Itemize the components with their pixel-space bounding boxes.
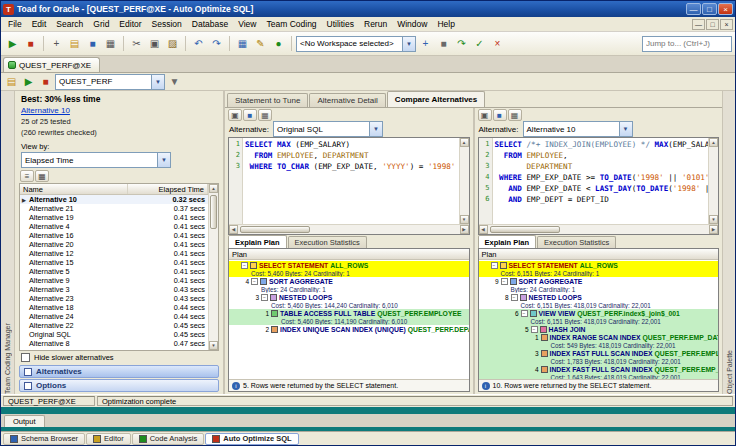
plan-node[interactable]: 6−VIEW VIEWQUEST_PERF.index$_join$_001 (479, 309, 719, 318)
sql-horizontal-scrollbar[interactable]: ◀ ▶ (479, 224, 719, 234)
save-icon[interactable]: ■ (243, 109, 257, 121)
save-icon[interactable]: ■ (84, 35, 101, 52)
alternative-row[interactable]: Original SQL0.45 secs (20, 330, 208, 339)
scroll-left-icon[interactable]: ◀ (479, 225, 488, 234)
column-header-name[interactable]: Name (20, 184, 128, 194)
notebook-icon[interactable]: ▤ (4, 74, 19, 89)
commit-icon[interactable]: ✓ (471, 35, 488, 52)
alternative-select[interactable]: Alternative 10 ▼ (523, 121, 633, 137)
menu-team-coding[interactable]: Team Coding (262, 18, 322, 30)
plan-node[interactable]: 3INDEX FAST FULL SCAN INDEXQUEST_PERF.EM… (479, 350, 719, 359)
tab-explain-plan[interactable]: Explain Plan (228, 235, 287, 248)
alternative-row[interactable]: Alternative 190.41 secs (20, 213, 208, 222)
alternative-row[interactable]: Alternative 80.47 secs (20, 339, 208, 348)
menu-utilities[interactable]: Utilities (322, 18, 359, 30)
alternative-row[interactable]: ▶Alternative 100.32 secs (20, 195, 208, 204)
scroll-left-icon[interactable]: ◀ (229, 225, 238, 234)
hide-slower-checkbox[interactable] (21, 353, 30, 362)
disconnect-icon[interactable]: ■ (22, 35, 39, 52)
maximize-button[interactable]: □ (702, 3, 717, 15)
expand-icon[interactable]: − (521, 310, 528, 317)
scrollbar-thumb[interactable] (240, 226, 310, 233)
scrollbar-thumb[interactable] (210, 195, 217, 229)
alternative-row[interactable]: Alternative 200.41 secs (20, 240, 208, 249)
workspace-save-icon[interactable]: ■ (435, 35, 452, 52)
expand-icon[interactable]: − (501, 278, 508, 285)
save-icon[interactable]: ■ (493, 109, 507, 121)
tab-explain-plan[interactable]: Explain Plan (478, 235, 537, 248)
scroll-up-icon[interactable]: ▲ (209, 184, 218, 193)
taskbar-tab-auto-optimize-sql[interactable]: Auto Optimize SQL (205, 433, 298, 445)
section-bar-options[interactable]: Options (19, 379, 219, 392)
plan-node[interactable]: 8−NESTED LOOPS (479, 293, 719, 302)
workspace-select[interactable]: <No Workspace selected>▼ (296, 36, 416, 52)
expand-icon[interactable]: − (491, 262, 498, 269)
workspace-new-icon[interactable]: + (417, 35, 434, 52)
alternative-row[interactable]: Alternative 90.41 secs (20, 276, 208, 285)
print-icon[interactable]: ▦ (258, 109, 272, 121)
alternatives-grid-scrollbar[interactable]: ▲ ▼ (208, 184, 218, 350)
menu-editor[interactable]: Editor (114, 18, 146, 30)
plan-node[interactable]: 2INDEX UNIQUE SCAN INDEX (UNIQUE)QUEST_P… (229, 325, 469, 334)
sql-editor[interactable]: 123 SELECT MAX (EMP_SALARY) FROM EMPLOYE… (228, 137, 470, 235)
taskbar-tab-schema-browser[interactable]: Schema Browser (3, 433, 85, 445)
schema-browser-icon[interactable]: ▦ (234, 35, 251, 52)
expand-icon[interactable]: − (251, 278, 258, 285)
scroll-down-icon[interactable]: ▼ (460, 215, 469, 224)
copy-icon[interactable]: ▣ (146, 35, 163, 52)
refresh-icon[interactable]: ↷ (453, 35, 470, 52)
stop-icon[interactable]: ■ (38, 74, 53, 89)
mdi-close-button[interactable]: × (720, 19, 733, 30)
sql-vertical-scrollbar[interactable]: ▲ ▼ (708, 138, 718, 224)
expand-icon[interactable]: − (511, 294, 518, 301)
tab-execution-statistics[interactable]: Execution Statistics (288, 236, 367, 248)
tab-alternative-detail[interactable]: Alternative Detail (309, 93, 385, 107)
menu-session[interactable]: Session (147, 18, 187, 30)
alternative-row[interactable]: Alternative 120.41 secs (20, 249, 208, 258)
menu-grid[interactable]: Grid (88, 18, 114, 30)
undo-icon[interactable]: ↶ (190, 35, 207, 52)
sql-horizontal-scrollbar[interactable]: ◀ ▶ (229, 224, 469, 234)
minimize-button[interactable]: — (686, 3, 701, 15)
scroll-right-icon[interactable]: ▶ (460, 225, 469, 234)
menu-edit[interactable]: Edit (27, 18, 52, 30)
taskbar-tab-editor[interactable]: Editor (86, 433, 131, 445)
expand-icon[interactable]: − (241, 262, 248, 269)
alternative-row[interactable]: Alternative 160.41 secs (20, 231, 208, 240)
list-view-icon[interactable]: ≡ (20, 170, 34, 182)
plan-node[interactable]: 9−SORT AGGREGATE (479, 277, 719, 286)
sql-code[interactable]: SELECT MAX (EMP_SALARY) FROM EMPLOYEE, D… (243, 138, 459, 224)
print-icon[interactable]: ▦ (102, 35, 119, 52)
plan-node[interactable]: −SELECT STATEMENTALL_ROWS (229, 261, 469, 270)
alternative-row[interactable]: Alternative 210.37 secs (20, 204, 208, 213)
session-icon[interactable]: ● (270, 35, 287, 52)
column-header-elapsed-time[interactable]: Elapsed Time (128, 184, 208, 194)
tab-compare-alternatives[interactable]: Compare Alternatives (387, 91, 485, 107)
jump-to-input[interactable] (642, 36, 732, 52)
editor-icon[interactable]: ✎ (252, 35, 269, 52)
team-coding-manager-tab[interactable]: Team Coding Manager (1, 91, 15, 394)
plan-node[interactable]: 3−NESTED LOOPS (229, 293, 469, 302)
scroll-up-icon[interactable]: ▲ (460, 138, 469, 147)
details-view-icon[interactable]: ▦ (35, 170, 49, 182)
menu-rerun[interactable]: Rerun (359, 18, 392, 30)
redo-icon[interactable]: ↷ (208, 35, 225, 52)
copy-icon[interactable]: ▣ (478, 109, 492, 121)
alternative-row[interactable]: Alternative 140.49 secs (20, 348, 208, 350)
open-file-icon[interactable]: ▤ (66, 35, 83, 52)
close-button[interactable]: × (718, 3, 733, 15)
new-file-icon[interactable]: + (48, 35, 65, 52)
filter-icon[interactable]: ▼ (167, 74, 182, 89)
rollback-icon[interactable]: × (489, 35, 506, 52)
run-icon[interactable]: ▶ (21, 74, 36, 89)
plan-node[interactable]: 1TABLE ACCESS FULL TABLEQUEST_PERF.EMPLO… (229, 309, 469, 318)
plan-node[interactable]: 4−SORT AGGREGATE (229, 277, 469, 286)
scrollbar-thumb[interactable] (490, 226, 560, 233)
optimize-connection-select[interactable]: QUEST_PERF▼ (55, 74, 165, 90)
tab-statement-to-tune[interactable]: Statement to Tune (227, 93, 308, 107)
connect-icon[interactable]: ▶ (4, 35, 21, 52)
plan-node[interactable]: 5−HASH JOIN (479, 325, 719, 334)
best-alternative-link[interactable]: Alternative 10 (21, 106, 70, 115)
scroll-up-icon[interactable]: ▲ (709, 138, 718, 147)
alternative-row[interactable]: Alternative 150.41 secs (20, 258, 208, 267)
